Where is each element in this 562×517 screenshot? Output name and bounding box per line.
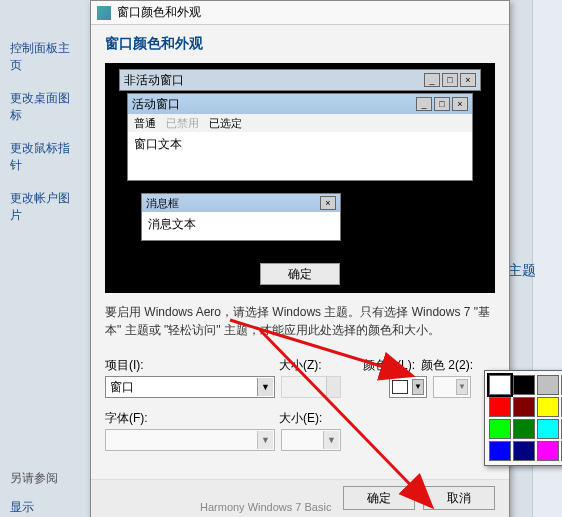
control-panel-sidebar: 控制面板主页 更改桌面图标 更改鼠标指针 更改帐户图片 另请参阅 显示 任务栏和…: [0, 0, 90, 517]
chevron-down-icon: ▼: [257, 431, 273, 449]
link-change-mouse-pointer[interactable]: 更改鼠标指针: [10, 140, 80, 174]
preview-window-text: 窗口文本: [128, 132, 472, 180]
preview-active-window[interactable]: 活动窗口 _ □ × 普通 已禁用 已选定 窗口文本: [127, 93, 473, 181]
palette-color[interactable]: [489, 375, 511, 395]
color2-picker: ▼: [433, 376, 471, 398]
palette-color[interactable]: [537, 441, 559, 461]
preview-messagebox[interactable]: 消息框 × 消息文本: [141, 193, 341, 241]
chevron-down-icon: ▼: [456, 379, 468, 395]
palette-color[interactable]: [537, 397, 559, 417]
close-icon: ×: [452, 97, 468, 111]
palette-color[interactable]: [489, 419, 511, 439]
ok-button[interactable]: 确定: [343, 486, 415, 510]
theme-heading: 主题: [508, 262, 536, 280]
preview-area: 非活动窗口 _ □ × 活动窗口 _ □ × 普通: [105, 63, 495, 293]
color1-swatch: [392, 380, 408, 394]
maximize-icon: □: [442, 73, 458, 87]
msgbox-title: 消息框: [146, 196, 320, 211]
palette-color[interactable]: [513, 419, 535, 439]
menu-normal: 普通: [134, 116, 156, 131]
color-palette-popup: [484, 370, 562, 466]
link-display[interactable]: 显示: [10, 499, 80, 516]
chevron-down-icon: ▼: [323, 431, 339, 449]
active-title: 活动窗口: [132, 96, 416, 113]
help-text: 要启用 Windows Aero，请选择 Windows 主题。只有选择 Win…: [105, 303, 495, 339]
link-change-desktop-icons[interactable]: 更改桌面图标: [10, 90, 80, 124]
dialog-icon: [97, 6, 111, 20]
see-also-heading: 另请参阅: [10, 470, 80, 487]
close-icon: ×: [320, 196, 336, 210]
footer-theme-names: Harmony Windows 7 Basic: [200, 501, 331, 513]
label-item: 项目(I):: [105, 357, 279, 376]
maximize-icon: □: [434, 97, 450, 111]
item-combo-value: 窗口: [110, 379, 134, 396]
font-combo: ▼: [105, 429, 275, 451]
label-color1: 颜色 1(L):: [349, 357, 421, 376]
label-fsize: 大小(E):: [279, 410, 349, 429]
dialog-title-text: 窗口颜色和外观: [117, 4, 201, 21]
size-spinner: [281, 376, 341, 398]
palette-color[interactable]: [537, 419, 559, 439]
minimize-icon: _: [424, 73, 440, 87]
color1-picker[interactable]: ▼: [389, 376, 427, 398]
menu-disabled: 已禁用: [166, 116, 199, 131]
chevron-down-icon: ▼: [257, 378, 273, 396]
section-heading: 窗口颜色和外观: [105, 35, 495, 53]
link-change-account-picture[interactable]: 更改帐户图片: [10, 190, 80, 224]
label-size: 大小(Z):: [279, 357, 349, 376]
cancel-button[interactable]: 取消: [423, 486, 495, 510]
palette-color[interactable]: [513, 397, 535, 417]
palette-color[interactable]: [513, 375, 535, 395]
link-control-panel-home[interactable]: 控制面板主页: [10, 40, 80, 74]
label-font: 字体(F):: [105, 410, 279, 429]
item-combo[interactable]: 窗口 ▼: [105, 376, 275, 398]
label-color2: 颜色 2(2):: [421, 357, 481, 376]
window-color-dialog: 窗口颜色和外观 窗口颜色和外观 非活动窗口 _ □ × 活动窗口 _ □: [90, 0, 510, 517]
dialog-titlebar[interactable]: 窗口颜色和外观: [91, 1, 509, 25]
inactive-title: 非活动窗口: [124, 72, 424, 89]
preview-ok-button[interactable]: 确定: [260, 263, 340, 285]
palette-color[interactable]: [537, 375, 559, 395]
chevron-down-icon: ▼: [412, 379, 424, 395]
preview-menu: 普通 已禁用 已选定: [128, 114, 472, 132]
minimize-icon: _: [416, 97, 432, 111]
preview-inactive-window[interactable]: 非活动窗口 _ □ ×: [119, 69, 481, 91]
close-icon: ×: [460, 73, 476, 87]
menu-selected: 已选定: [209, 116, 242, 131]
palette-color[interactable]: [489, 397, 511, 417]
msgbox-text: 消息文本: [142, 212, 340, 240]
fontsize-combo: ▼: [281, 429, 341, 451]
palette-color[interactable]: [489, 441, 511, 461]
palette-color[interactable]: [513, 441, 535, 461]
